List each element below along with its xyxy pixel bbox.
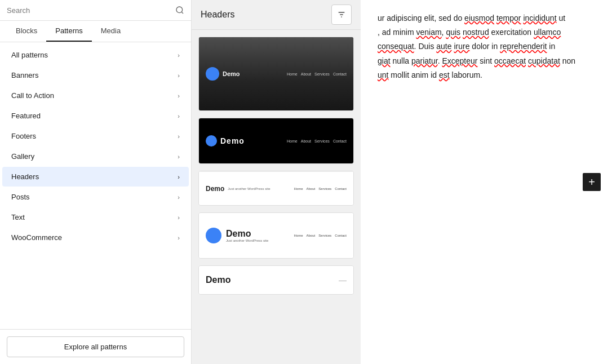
explore-all-patterns-button[interactable]: Explore all patterns [7, 336, 184, 357]
chevron-right-icon: › [178, 174, 180, 180]
nav-item-call-to-action[interactable]: Call to Action › [2, 86, 189, 105]
logo-text: Demo [206, 275, 230, 285]
tab-patterns[interactable]: Patterns [46, 21, 91, 42]
nav-services: Services [318, 187, 331, 190]
chevron-right-icon: › [178, 234, 180, 241]
logo-text: Demo [226, 229, 268, 239]
patterns-list: Demo Home About Services Contact Demo [192, 30, 361, 364]
search-icon [175, 6, 184, 15]
logo-text: Demo [206, 185, 224, 193]
search-bar [0, 0, 191, 21]
text-tempor: tempor [496, 14, 521, 23]
pattern-card-dark[interactable]: Demo Home About Services Contact [198, 37, 354, 111]
chevron-right-icon: › [178, 194, 180, 201]
tab-media[interactable]: Media [92, 21, 130, 42]
nav-services: Services [314, 72, 330, 76]
nav-item-featured[interactable]: Featured › [2, 106, 189, 126]
chevron-right-icon: › [178, 133, 180, 140]
text-aute: aute [436, 42, 451, 51]
nav-item-label: Footers [11, 132, 36, 140]
nav-item-label: Posts [11, 193, 30, 201]
nav-item-label: Headers [11, 172, 39, 181]
add-block-button[interactable]: + [583, 173, 601, 191]
text-segment-4: ut [557, 14, 566, 23]
nav-item-all-patterns[interactable]: All patterns › [2, 45, 189, 65]
nav-item-banners[interactable]: Banners › [2, 65, 189, 85]
editor-content: ur adipiscing elit, sed do eiusmod tempo… [378, 11, 595, 82]
tagline: Just another WordPress site [226, 239, 268, 242]
nav-services: Services [318, 234, 331, 237]
chevron-right-icon: › [178, 113, 180, 119]
nav-item-label: Gallery [11, 152, 34, 161]
preview-nav: Home About Services Contact [287, 139, 347, 143]
text-excepteur: Excepteur [442, 56, 477, 65]
nav-item-label: All patterns [11, 51, 48, 59]
text-segment-13: nulla [391, 56, 411, 65]
text-eiusmod: eiusmod [464, 14, 494, 23]
nav-home: Home [287, 139, 298, 143]
nav-item-woocommerce[interactable]: WooCommerce › [2, 228, 189, 247]
pattern-card-simple[interactable]: Demo —— [198, 265, 354, 295]
text-segment-5: , ad minim [378, 28, 416, 37]
nav-item-posts[interactable]: Posts › [2, 187, 189, 207]
avatar [206, 135, 217, 147]
nav-contact: Contact [333, 72, 347, 76]
pattern-card-black[interactable]: Demo Home About Services Contact [198, 118, 354, 164]
search-input[interactable] [7, 6, 171, 15]
preview-nav: —— [339, 278, 347, 282]
patterns-title: Headers [201, 10, 234, 20]
patterns-header: Headers [192, 0, 361, 30]
nav-home: Home [294, 187, 303, 190]
pattern-card-white[interactable]: Demo Just another WordPress site Home Ab… [198, 171, 354, 206]
text-segment-9: . Duis [414, 42, 437, 51]
text-est: est [439, 70, 450, 79]
nav-list: All patterns › Banners › Call to Action … [0, 42, 191, 329]
text-nostrud: nostrud [463, 28, 489, 37]
text-ullamco: ullamco [534, 28, 561, 37]
tab-blocks[interactable]: Blocks [7, 21, 46, 42]
nav-home: Home [287, 72, 298, 76]
text-segment-17: non [560, 56, 575, 65]
text-segment-18: mollit anim id [388, 70, 438, 79]
text-cupidatat: cupidatat [528, 56, 560, 65]
chevron-right-icon: › [178, 72, 180, 79]
filter-button[interactable] [331, 5, 352, 25]
preview-nav: Home About Services Contact [287, 72, 347, 76]
text-quis: quis [446, 28, 460, 37]
text-giat: giat [378, 56, 391, 65]
avatar [206, 228, 221, 243]
nav-item-text[interactable]: Text › [2, 207, 189, 227]
avatar [206, 67, 219, 81]
text-segment-12: in [547, 42, 555, 51]
nav-item-label: Featured [11, 112, 41, 120]
nav-item-headers[interactable]: Headers › [2, 167, 189, 187]
explore-btn-wrap: Explore all patterns [0, 329, 191, 364]
nav-line: —— [339, 278, 347, 282]
logo-text: Demo [220, 136, 245, 145]
pattern-card-icon[interactable]: Demo Just another WordPress site Home Ab… [198, 212, 354, 259]
nav-item-gallery[interactable]: Gallery › [2, 147, 189, 166]
svg-line-1 [181, 12, 183, 14]
tab-bar: Blocks Patterns Media [0, 21, 191, 42]
text-pariatur: pariatur [411, 56, 438, 65]
text-incididunt: incididunt [523, 14, 556, 23]
text-segment-15: sint [477, 56, 494, 65]
middle-panel: Headers Demo Home About Services [192, 0, 361, 364]
nav-about: About [301, 139, 311, 143]
chevron-right-icon: › [178, 92, 180, 99]
nav-item-footers[interactable]: Footers › [2, 126, 189, 146]
nav-item-label: WooCommerce [11, 233, 62, 242]
text-veniam: veniam [416, 28, 441, 37]
text-irure: irure [454, 42, 469, 51]
right-panel: ur adipiscing elit, sed do eiusmod tempo… [361, 0, 612, 364]
nav-contact: Contact [335, 187, 347, 190]
nav-services: Services [314, 139, 330, 143]
text-segment-19: laborum. [450, 70, 482, 79]
svg-point-0 [176, 7, 183, 13]
logo-text: Demo [223, 70, 240, 77]
nav-contact: Contact [335, 234, 347, 237]
preview-nav: Home About Services Contact [294, 234, 347, 237]
chevron-right-icon: › [178, 52, 180, 59]
text-segment-1: ur adipiscing elit, sed do [378, 14, 464, 23]
text-unt: unt [378, 70, 388, 79]
